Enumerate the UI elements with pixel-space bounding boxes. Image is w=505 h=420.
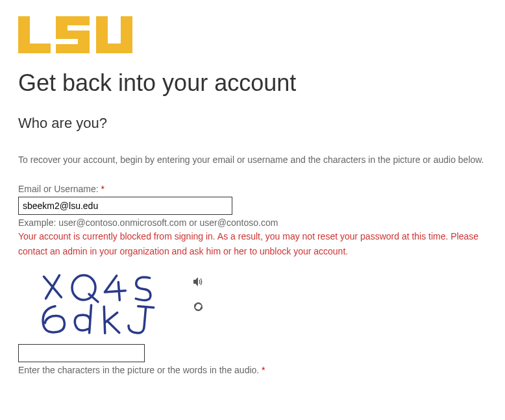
audio-icon[interactable] bbox=[193, 277, 203, 287]
error-message: Your account is currently blocked from s… bbox=[18, 229, 487, 258]
page-title: Get back into your account bbox=[18, 69, 487, 97]
lsu-logo bbox=[18, 16, 487, 58]
captcha-image bbox=[18, 269, 184, 340]
svg-rect-1 bbox=[18, 43, 51, 53]
required-asterisk: * bbox=[101, 184, 105, 194]
email-label: Email or Username: * bbox=[18, 184, 487, 194]
page-subtitle: Who are you? bbox=[18, 115, 487, 132]
instruction-text: To recover your account, begin by enteri… bbox=[18, 153, 487, 167]
captcha-input[interactable] bbox=[18, 344, 145, 362]
svg-rect-2 bbox=[96, 16, 108, 47]
email-input[interactable] bbox=[18, 197, 232, 215]
required-asterisk: * bbox=[262, 365, 265, 375]
captcha-controls bbox=[193, 269, 203, 312]
svg-rect-3 bbox=[121, 16, 132, 47]
captcha-hint: Enter the characters in the picture or t… bbox=[18, 365, 487, 375]
email-example: Example: user@contoso.onmicrosoft.com or… bbox=[18, 217, 487, 228]
captcha-section bbox=[18, 269, 487, 340]
refresh-icon[interactable] bbox=[193, 301, 203, 312]
svg-rect-4 bbox=[96, 43, 132, 53]
